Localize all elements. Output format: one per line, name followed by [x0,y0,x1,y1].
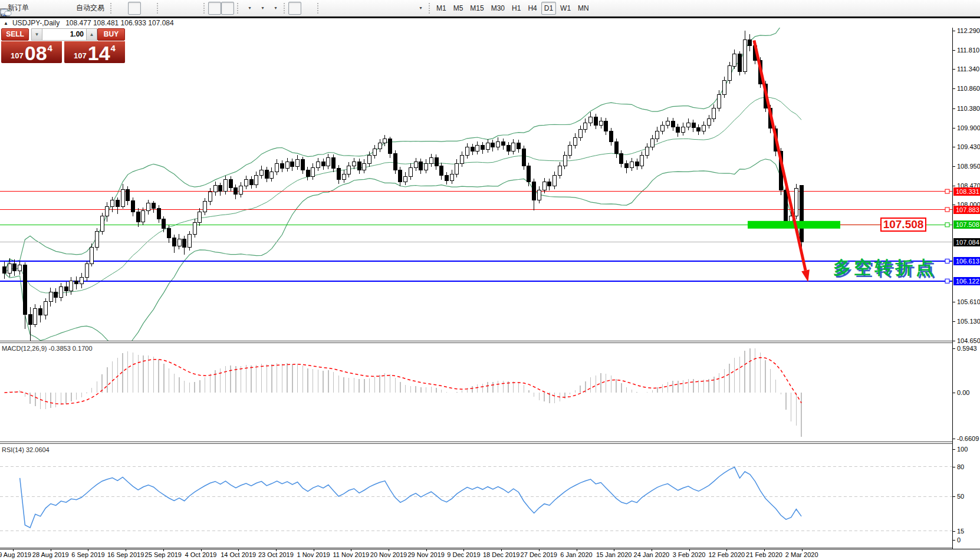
timeframe-m1[interactable]: M1 [433,2,449,15]
rsi-name: RSI(14) [2,446,24,453]
timeframe-mn[interactable]: MN [575,2,592,15]
price-tick-label: 105.610 [957,298,980,305]
price-tick-label: 111.810 [957,47,979,54]
axis-tick-mark [953,302,955,302]
vertical-line-button[interactable] [322,2,335,15]
macd-tick-label: -0.6609 [957,435,979,442]
profiles-clock-button[interactable]: ▾ [255,2,268,15]
buy-price-fraction: 4 [111,43,116,53]
macd-label: MACD(12,26,9) -0.3853 0.1700 [2,345,93,352]
chart-line-button[interactable] [141,2,154,15]
volume-decrease-button[interactable]: ▼ [31,28,42,41]
cursor-button[interactable] [288,2,301,15]
chart-candles-button[interactable] [128,2,141,15]
rsi-tick-label: 15 [957,528,964,535]
zoom-in-button[interactable] [162,2,175,15]
price-badge-106.122[interactable]: 106.122 [953,277,980,285]
toolbar-right [942,2,978,15]
turning-point-annotation[interactable]: 多空转折点 [833,258,936,278]
sell-price-display[interactable]: 107 08 4 [1,41,62,63]
auto-trading-button[interactable]: 自动交易 [71,2,107,15]
volume-increase-button[interactable]: ▲ [86,28,97,41]
sound-button[interactable] [58,2,71,15]
date-label: 25 Sep 2019 [145,551,182,558]
new-chart-button[interactable]: ▾ [242,2,255,15]
search-button[interactable] [942,2,955,15]
horizontal-line-button[interactable] [335,2,348,15]
dropdown-caret-icon: ▾ [419,6,422,11]
tile-windows-button[interactable] [188,2,200,15]
text-label-button[interactable]: T [400,2,413,15]
pane-separator[interactable] [0,341,980,343]
dropdown-caret-icon: ▾ [261,6,264,11]
charts-folder-button[interactable] [32,2,45,15]
buy-button[interactable]: BUY [97,28,125,41]
price-badge-107.084[interactable]: 107.084 [953,238,980,246]
date-label: 24 Jan 2020 [634,551,670,558]
macd-tick-label: 0.00 [957,389,969,396]
sell-price-fraction: 4 [48,43,52,53]
shapes-button[interactable]: ▾ [413,2,426,15]
date-axis[interactable]: 19 Aug 201928 Aug 20196 Sep 201916 Sep 2… [0,549,980,560]
timeframe-h1[interactable]: H1 [509,2,524,15]
price-badge-107.883[interactable]: 107.883 [953,206,980,214]
price-level-label-box[interactable]: 107.508 [880,218,926,232]
zoom-out-button[interactable] [175,2,188,15]
timeframe-d1[interactable]: D1 [541,2,556,15]
auto-scroll-button[interactable] [208,2,221,15]
rsi-indicator-pane[interactable] [0,444,952,548]
price-axis[interactable]: 112.290111.810111.340110.860110.380109.9… [952,28,980,549]
date-label: 4 Oct 2019 [185,551,217,558]
price-badge-107.508[interactable]: 107.508 [953,220,980,229]
axis-tick-mark [953,31,955,31]
trendline-button[interactable] [348,2,361,15]
pane-separator[interactable] [0,442,980,444]
rsi-tick-label: 50 [957,493,964,500]
channel-button[interactable]: E [361,2,374,15]
axis-tick-mark [953,108,955,109]
chart-titlebar[interactable]: ▲ USDJPY-,Daily 108.477 108.481 106.933 … [0,18,980,28]
chart-shift-button[interactable] [221,2,234,15]
indicators-button[interactable]: ▾ [268,2,281,15]
sell-button[interactable]: SELL [1,28,29,41]
timeframe-m15[interactable]: M15 [467,2,486,15]
chart-bars-button[interactable] [115,2,128,15]
crosshair-button[interactable] [301,2,314,15]
date-label: 27 Dec 2019 [521,551,557,558]
buy-price-display[interactable]: 107 14 4 [64,41,125,63]
volume-input[interactable]: 1.00 [42,28,86,41]
axis-tick-mark [953,540,955,541]
rsi-tick-label: 80 [957,463,964,470]
timeframe-w1[interactable]: W1 [557,2,574,15]
macd-indicator-pane[interactable] [0,343,952,442]
axis-tick-mark [953,88,955,89]
one-click-trading-panel: SELL ▼ 1.00 ▲ BUY 107 08 4 107 14 4 [1,28,125,63]
date-label: 16 Sep 2019 [107,551,144,558]
timeframe-m5[interactable]: M5 [450,2,466,15]
date-label: 11 Nov 2019 [333,551,370,558]
date-label: 19 Aug 2019 [0,551,31,558]
text-button[interactable]: A [387,2,400,15]
timeframe-m30[interactable]: M30 [488,2,508,15]
macd-values: -0.3853 0.1700 [48,345,92,352]
profile-button[interactable] [45,2,58,15]
mt4-platform-window: 新订单 自动交易 [0,0,980,560]
price-badge-106.613[interactable]: 106.613 [953,257,980,265]
main-price-chart[interactable] [0,28,952,341]
date-label: 23 Oct 2019 [258,551,294,558]
collapse-triangle-icon: ▲ [4,21,8,26]
date-label: 28 Aug 2019 [32,551,69,558]
date-label: 6 Sep 2019 [71,551,104,558]
toolbar-grip [110,3,111,14]
axis-tick-mark [953,449,955,450]
axis-tick-mark [953,439,955,439]
price-badge-108.331[interactable]: 108.331 [953,187,980,196]
timeframe-h4[interactable]: H4 [525,2,540,15]
chat-button[interactable] [961,2,974,15]
price-tick-label: 112.290 [957,27,980,34]
fibonacci-button[interactable]: F [374,2,387,15]
axis-tick-mark [953,69,955,70]
axis-tick-mark [953,393,955,393]
sell-price-pips: 08 [25,43,47,63]
chart-ohlc-values: 108.477 108.481 106.933 107.084 [65,19,174,27]
